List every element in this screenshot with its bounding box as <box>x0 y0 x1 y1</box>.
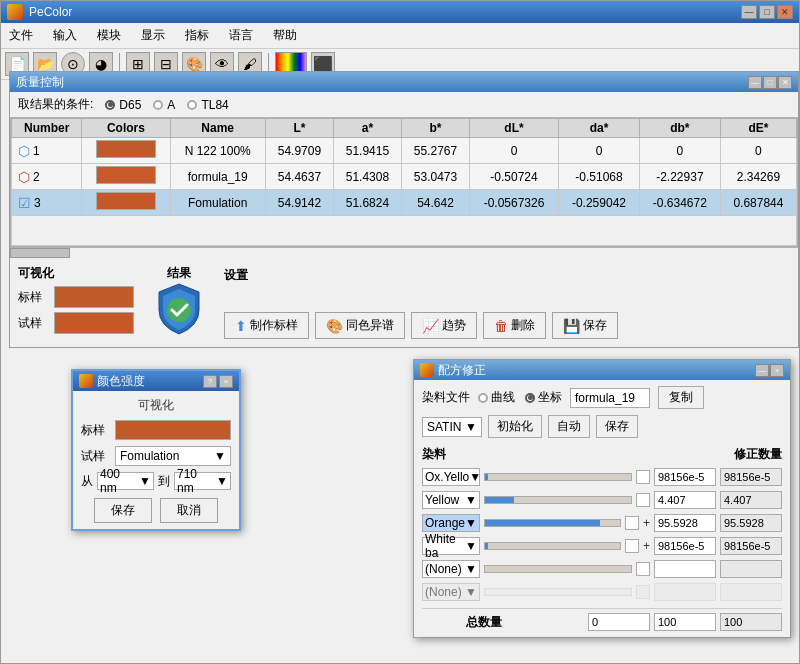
col-a: a* <box>333 119 401 138</box>
maximize-btn[interactable]: □ <box>759 5 775 19</box>
qc-window-controls: — □ ✕ <box>748 76 792 89</box>
qc-minimize[interactable]: — <box>748 76 762 89</box>
copy-btn[interactable]: 复制 <box>658 386 704 409</box>
dlg-save-btn[interactable]: 保存 <box>94 498 152 523</box>
sample-label: 试样 <box>18 315 46 332</box>
dye-select-4[interactable]: (None) ▼ <box>422 560 480 578</box>
cell-num: ⬡ 2 <box>12 164 82 190</box>
dye-checkbox-4[interactable] <box>636 562 650 576</box>
curve-option[interactable]: 曲线 <box>478 389 515 406</box>
cell-L: 54.9709 <box>265 138 333 164</box>
dye-select-3[interactable]: White ba ▼ <box>422 537 480 555</box>
dye-val1-3: 98156e-5 <box>654 537 716 555</box>
trend-btn[interactable]: 📈 趋势 <box>411 312 477 339</box>
horizontal-scrollbar[interactable] <box>10 247 798 257</box>
dye-slider-4 <box>484 565 632 573</box>
formula-save-btn[interactable]: 保存 <box>596 415 638 438</box>
make-standard-btn[interactable]: ⬆ 制作标样 <box>224 312 309 339</box>
standard-dlg-label: 标样 <box>81 422 109 439</box>
cell-dE: 0.687844 <box>720 190 796 216</box>
dlg-cancel-btn[interactable]: 取消 <box>160 498 218 523</box>
table-row[interactable]: ⬡ 1 N 122 100% 54.9709 51.9415 55.2767 0… <box>12 138 797 164</box>
dye-val2-2: 95.5928 <box>720 514 782 532</box>
table-row[interactable]: ⬡ 2 formula_19 54.4637 51.4308 53.0473 -… <box>12 164 797 190</box>
dye-val1-4 <box>654 560 716 578</box>
cell-name: Fomulation <box>170 190 265 216</box>
app-icon <box>7 4 23 20</box>
illuminant-d65[interactable]: D65 <box>105 98 141 112</box>
fabric-chevron-icon: ▼ <box>465 420 477 434</box>
cell-a: 51.9415 <box>333 138 401 164</box>
arrow-up-icon: ⬆ <box>235 318 247 334</box>
illuminant-d65-label: D65 <box>119 98 141 112</box>
close-btn[interactable]: ✕ <box>777 5 793 19</box>
cell-num: ⬡ 1 <box>12 138 82 164</box>
table-row[interactable]: ☑ 3 Fomulation 54.9142 51.6824 54.642 -0… <box>12 190 797 216</box>
color-dlg-close[interactable]: × <box>219 375 233 388</box>
formula-name-input[interactable] <box>570 388 650 408</box>
dye-checkbox-3[interactable] <box>625 539 639 553</box>
menu-help[interactable]: 帮助 <box>269 25 301 46</box>
formula-radio-group: 曲线 坐标 <box>478 389 562 406</box>
sample-dlg-dropdown[interactable]: Fomulation ▼ <box>115 446 231 466</box>
qc-maximize[interactable]: □ <box>763 76 777 89</box>
dye-slider-3[interactable] <box>484 542 621 550</box>
standard-label: 标样 <box>18 289 46 306</box>
dye-checkbox-0[interactable] <box>636 470 650 484</box>
menu-input[interactable]: 输入 <box>49 25 81 46</box>
coord-option[interactable]: 坐标 <box>525 389 562 406</box>
dye-checkbox-1[interactable] <box>636 493 650 507</box>
menu-display[interactable]: 显示 <box>137 25 169 46</box>
plus-icon-3: + <box>643 539 650 553</box>
sample-dlg-row: 试样 Fomulation ▼ <box>81 446 231 466</box>
minimize-btn[interactable]: — <box>741 5 757 19</box>
metamerism-btn[interactable]: 🎨 同色异谱 <box>315 312 405 339</box>
dye-slider-1[interactable] <box>484 496 632 504</box>
init-btn[interactable]: 初始化 <box>488 415 542 438</box>
menu-indicator[interactable]: 指标 <box>181 25 213 46</box>
chevron-down-icon: ▼ <box>214 449 226 463</box>
color-dlg-section: 可视化 <box>81 397 231 414</box>
delete-btn[interactable]: 🗑 删除 <box>483 312 546 339</box>
formula-minimize[interactable]: — <box>755 364 769 377</box>
action-buttons: ⬆ 制作标样 🎨 同色异谱 📈 趋势 🗑 删除 <box>224 292 790 339</box>
fabric-select[interactable]: SATIN ▼ <box>422 417 482 437</box>
cell-dL: -0.0567326 <box>470 190 559 216</box>
illuminant-tl84[interactable]: TL84 <box>187 98 228 112</box>
save-btn[interactable]: 💾 保存 <box>552 312 618 339</box>
illuminant-a-label: A <box>167 98 175 112</box>
curve-label: 曲线 <box>491 389 515 406</box>
dye-select-2[interactable]: Orange ▼ <box>422 514 480 532</box>
dye-slider-2[interactable] <box>484 519 621 527</box>
dye-select-1[interactable]: Yellow ▼ <box>422 491 480 509</box>
to-select[interactable]: 710 nm ▼ <box>174 472 231 490</box>
from-label: 从 <box>81 473 93 490</box>
formula-close[interactable]: × <box>770 364 784 377</box>
col-number: Number <box>12 119 82 138</box>
cell-dL: -0.50724 <box>470 164 559 190</box>
radio-tl84[interactable] <box>187 100 197 110</box>
from-select[interactable]: 400 nm ▼ <box>97 472 154 490</box>
radio-coord[interactable] <box>525 393 535 403</box>
formula-title-bar: 配方修正 — × <box>414 360 790 380</box>
dlg-buttons: 保存 取消 <box>81 498 231 523</box>
dye-val2-4 <box>720 560 782 578</box>
dye-select-5: (None) ▼ <box>422 583 480 601</box>
radio-curve[interactable] <box>478 393 488 403</box>
sample-dlg-label: 试样 <box>81 448 109 465</box>
menu-module[interactable]: 模块 <box>93 25 125 46</box>
radio-a[interactable] <box>153 100 163 110</box>
qc-close[interactable]: ✕ <box>778 76 792 89</box>
dye-select-0[interactable]: Ox.Yello ▼ <box>422 468 480 486</box>
dye-checkbox-5 <box>636 585 650 599</box>
illuminant-a[interactable]: A <box>153 98 175 112</box>
menu-file[interactable]: 文件 <box>5 25 37 46</box>
settings-title: 设置 <box>224 267 790 284</box>
cell-color <box>82 190 170 216</box>
radio-d65[interactable] <box>105 100 115 110</box>
dye-slider-0[interactable] <box>484 473 632 481</box>
color-dlg-help[interactable]: ? <box>203 375 217 388</box>
menu-language[interactable]: 语言 <box>225 25 257 46</box>
dye-checkbox-2[interactable] <box>625 516 639 530</box>
auto-btn[interactable]: 自动 <box>548 415 590 438</box>
